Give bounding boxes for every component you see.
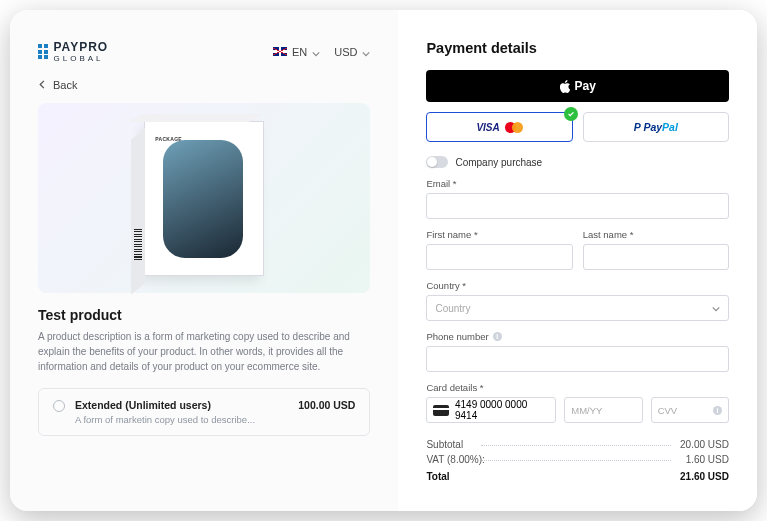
lastname-input[interactable] — [583, 244, 729, 270]
language-label: EN — [292, 46, 307, 58]
vat-value: 1.60 USD — [686, 454, 729, 465]
payment-heading: Payment details — [426, 40, 729, 56]
card-icon — [433, 405, 449, 416]
email-label: Email * — [426, 178, 729, 189]
country-label: Country * — [426, 280, 729, 291]
apple-pay-label: Pay — [575, 79, 596, 93]
chevron-down-icon — [712, 304, 720, 312]
brand-logo: PAYPRO GLOBAL — [38, 40, 108, 63]
card-details-label: Card details * — [426, 382, 729, 393]
payment-method-paypal[interactable]: P PayPal — [583, 112, 729, 142]
country-select[interactable]: Country — [426, 295, 729, 321]
card-number-value: 4149 0000 0000 9414 — [455, 399, 549, 421]
mastercard-logo — [505, 122, 523, 133]
lastname-label: Last name * — [583, 229, 729, 240]
paypal-logo: P PayPal — [634, 121, 678, 133]
currency-label: USD — [334, 46, 357, 58]
option-description: A form of marketin copy used to describe… — [75, 414, 288, 425]
vat-label: VAT (8.00%): — [426, 454, 484, 465]
info-icon: i — [493, 332, 502, 341]
option-title: Extended (Unlimited users) — [75, 399, 288, 411]
total-label: Total — [426, 471, 449, 482]
firstname-label: First name * — [426, 229, 572, 240]
card-cvv-input[interactable]: CVVi — [651, 397, 729, 423]
product-description: A product description is a form of marke… — [38, 329, 370, 374]
flag-icon — [273, 47, 287, 56]
chevron-left-icon — [38, 79, 47, 91]
logo-text: PAYPRO — [54, 40, 109, 54]
apple-icon — [560, 80, 571, 93]
back-button[interactable]: Back — [38, 79, 370, 91]
email-input[interactable] — [426, 193, 729, 219]
logo-subtext: GLOBAL — [54, 54, 109, 63]
firstname-input[interactable] — [426, 244, 572, 270]
phone-label: Phone numberi — [426, 331, 729, 342]
language-selector[interactable]: EN — [273, 46, 320, 58]
back-label: Back — [53, 79, 77, 91]
apple-pay-button[interactable]: Pay — [426, 70, 729, 102]
company-purchase-toggle[interactable] — [426, 156, 448, 168]
license-option[interactable]: Extended (Unlimited users) A form of mar… — [38, 388, 370, 436]
card-number-input[interactable]: 4149 0000 0000 9414 — [426, 397, 556, 423]
product-image: PACKAGE — [38, 103, 370, 293]
payment-method-card[interactable]: VISA — [426, 112, 572, 142]
currency-selector[interactable]: USD — [334, 46, 370, 58]
chevron-down-icon — [312, 48, 320, 56]
phone-input[interactable] — [426, 346, 729, 372]
logo-icon — [38, 44, 48, 59]
visa-logo: VISA — [476, 122, 499, 133]
card-expiry-input[interactable]: MM/YY — [564, 397, 642, 423]
total-value: 21.60 USD — [680, 471, 729, 482]
subtotal-label: Subtotal — [426, 439, 463, 450]
chevron-down-icon — [362, 48, 370, 56]
subtotal-value: 20.00 USD — [680, 439, 729, 450]
country-placeholder: Country — [435, 303, 470, 314]
check-icon — [564, 107, 578, 121]
product-title: Test product — [38, 307, 370, 323]
company-purchase-label: Company purchase — [455, 157, 542, 168]
option-price: 100.00 USD — [298, 399, 355, 411]
radio-icon — [53, 400, 65, 412]
info-icon: i — [713, 406, 722, 415]
